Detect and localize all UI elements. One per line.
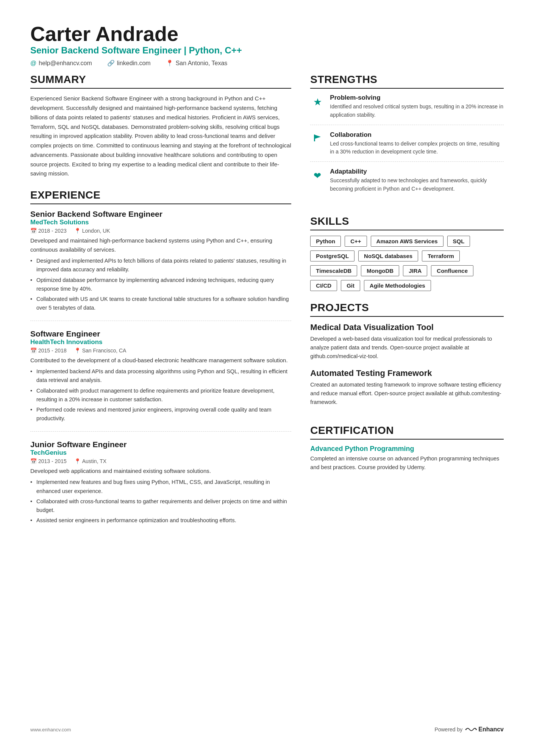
strength-desc-3: Successfully adapted to new technologies… [330,177,504,193]
location-icon-1: 📍 [74,228,81,234]
strength-content-3: Adaptability Successfully adapted to new… [330,168,504,193]
contact-bar: @ help@enhancv.com 🔗 linkedin.com 📍 San … [30,59,504,67]
exp-meta-3: 📅 2013 - 2015 📍 Austin, TX [30,458,291,464]
exp-dates-3: 📅 2013 - 2015 [30,458,67,464]
exp-location-2: 📍 San Francisco, CA [74,347,126,354]
strength-item-3: ❤ Adaptability Successfully adapted to n… [310,168,504,198]
skill-tag: NoSQL databases [358,250,418,261]
exp-role-1: Senior Backend Software Engineer [30,210,291,219]
strength-content-2: Collaboration Led cross-functional teams… [330,131,504,156]
svg-rect-0 [314,135,315,141]
strength-title-1: Problem-solving [330,94,504,102]
candidate-name: Carter Andrade [30,23,504,45]
email-icon: @ [30,60,36,67]
location-icon: 📍 [166,59,173,67]
skill-tag: JIRA [403,265,427,276]
heart-icon: ❤ [314,171,321,181]
resume-page: Carter Andrade Senior Backend Software E… [0,0,534,756]
summary-title: SUMMARY [30,74,291,89]
bullet-item: Designed and implemented APIs to fetch b… [30,257,291,274]
summary-text: Experienced Senior Backend Software Engi… [30,94,291,178]
bullet-item: Implemented new features and bug fixes u… [30,478,291,495]
project-title-2: Automated Testing Framework [310,368,504,379]
strength-desc-1: Identified and resolved critical system … [330,103,504,119]
location-contact: 📍 San Antonio, Texas [166,59,228,67]
footer-website: www.enhancv.com [30,727,71,733]
bullet-item: Collaborated with US and UK teams to cre… [30,295,291,312]
bullet-item: Collaborated with cross-functional teams… [30,497,291,515]
cert-name: Advanced Python Programming [310,445,504,453]
experience-item-1: Senior Backend Software Engineer MedTech… [30,210,291,321]
strength-icon-1: ★ [310,95,325,109]
strengths-title: STRENGTHS [310,74,504,89]
project-item-2: Automated Testing Framework Created an a… [310,368,504,407]
skill-tag: Git [341,280,360,291]
bullet-item: Assisted senior engineers in performance… [30,516,291,525]
main-content: SUMMARY Experienced Senior Backend Softw… [30,74,504,711]
bullet-item: Implemented backend APIs and data proces… [30,367,291,385]
projects-section: PROJECTS Medical Data Visualization Tool… [310,302,504,414]
cert-desc: Completed an intensive course on advance… [310,454,504,472]
exp-desc-1: Developed and maintained high-performanc… [30,236,291,254]
strengths-section: STRENGTHS ★ Problem-solving Identified a… [310,74,504,204]
exp-bullets-2: Implemented backend APIs and data proces… [30,367,291,423]
calendar-icon-3: 📅 [30,458,37,464]
exp-bullets-1: Designed and implemented APIs to fetch b… [30,257,291,312]
exp-role-2: Software Engineer [30,329,291,338]
strength-title-2: Collaboration [330,131,504,139]
project-desc-1: Developed a web-based data visualization… [310,335,504,361]
certification-section: CERTIFICATION Advanced Python Programmin… [310,424,504,472]
exp-company-3: TechGenius [30,449,291,457]
bullet-item: Optimized database performance by implem… [30,276,291,293]
exp-role-3: Junior Software Engineer [30,440,291,449]
certification-title: CERTIFICATION [310,424,504,440]
svg-point-2 [476,729,477,730]
strength-icon-3: ❤ [310,169,325,183]
star-icon: ★ [313,96,322,108]
skills-title: SKILLS [310,215,504,230]
experience-item-2: Software Engineer HealthTech Innovations… [30,329,291,432]
project-title-1: Medical Data Visualization Tool [310,322,504,333]
strength-item-1: ★ Problem-solving Identified and resolve… [310,94,504,125]
header: Carter Andrade Senior Backend Software E… [30,23,504,67]
footer-logo: Powered by Enhancv [434,726,504,733]
skill-tag: MongoDB [361,265,399,276]
experience-title: EXPERIENCE [30,189,291,204]
location-icon-2: 📍 [74,347,81,354]
brand-name: Enhancv [478,726,504,733]
bullet-item: Collaborated with product management to … [30,387,291,404]
experience-item-3: Junior Software Engineer TechGenius 📅 20… [30,440,291,533]
projects-title: PROJECTS [310,302,504,317]
skill-tag: Confluence [431,265,473,276]
exp-dates-2: 📅 2015 - 2018 [30,347,67,354]
exp-location-3: 📍 Austin, TX [74,458,106,464]
email-contact: @ help@enhancv.com [30,59,92,67]
flag-icon [312,133,322,145]
summary-section: SUMMARY Experienced Senior Backend Softw… [30,74,291,178]
strength-item-2: Collaboration Led cross-functional teams… [310,131,504,162]
footer: www.enhancv.com Powered by Enhancv [30,722,504,733]
linkedin-contact: 🔗 linkedin.com [107,59,151,67]
exp-desc-2: Contributed to the development of a clou… [30,356,291,365]
skill-tag: Python [310,236,341,247]
exp-bullets-3: Implemented new features and bug fixes u… [30,478,291,525]
skill-tag: SQL [447,236,470,247]
candidate-title: Senior Backend Software Engineer | Pytho… [30,45,504,56]
enhancv-logo-svg [465,726,477,733]
skills-grid: PythonC++Amazon AWS ServicesSQLPostgreSQ… [310,236,504,291]
location-icon-3: 📍 [74,458,81,464]
skills-section: SKILLS PythonC++Amazon AWS ServicesSQLPo… [310,215,504,291]
enhancv-brand: Enhancv [465,726,504,733]
exp-company-2: HealthTech Innovations [30,338,291,346]
skill-tag: Terraform [422,250,460,261]
linkedin-icon: 🔗 [107,59,115,67]
project-item-1: Medical Data Visualization Tool Develope… [310,322,504,361]
skill-tag: TimescaleDB [310,265,357,276]
strength-desc-2: Led cross-functional teams to deliver co… [330,140,504,156]
strength-title-3: Adaptability [330,168,504,175]
exp-company-1: MedTech Solutions [30,219,291,226]
calendar-icon-2: 📅 [30,347,37,354]
exp-dates-1: 📅 2018 - 2023 [30,228,67,234]
skill-tag: Amazon AWS Services [371,236,443,247]
bullet-item: Performed code reviews and mentored juni… [30,405,291,423]
